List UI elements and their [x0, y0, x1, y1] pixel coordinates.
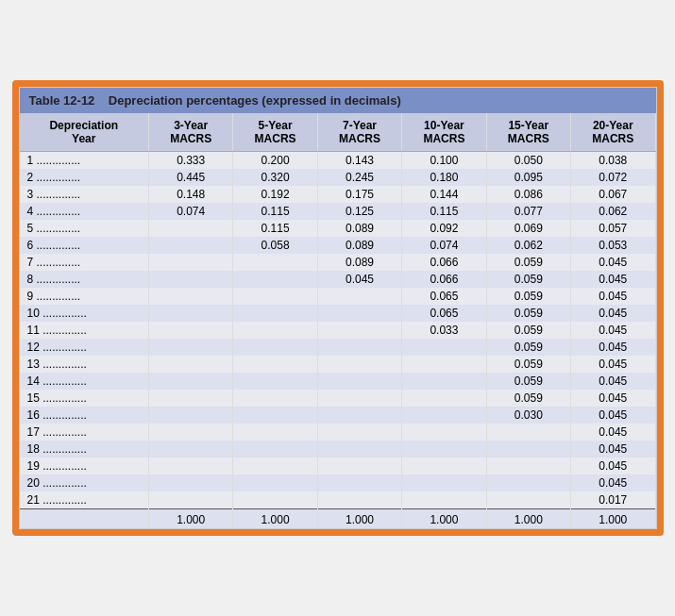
- cell-r4-c6: 0.077: [486, 203, 570, 220]
- col-header-7year: 7-YearMACRS: [317, 113, 401, 152]
- table-row: 16 ..............0.0300.045: [20, 407, 656, 424]
- cell-r5-c7: 0.057: [571, 220, 656, 237]
- cell-r18-c7: 0.045: [571, 441, 656, 458]
- table-row: 7 ..............0.0890.0660.0590.045: [20, 254, 656, 271]
- cell-r1-c4: 0.143: [317, 152, 401, 170]
- total-row: 1.0001.0001.0001.0001.0001.000: [20, 509, 656, 529]
- cell-r11-c1: 11 ..............: [20, 322, 149, 339]
- cell-r8-c4: 0.045: [317, 271, 401, 288]
- col-header-5year: 5-YearMACRS: [233, 113, 317, 152]
- cell-r21-c7: 0.017: [571, 491, 656, 509]
- cell-r3-c7: 0.067: [571, 186, 656, 203]
- depreciation-table: DepreciationYear 3-YearMACRS 5-YearMACRS…: [20, 113, 656, 528]
- cell-r11-c7: 0.045: [571, 322, 656, 339]
- cell-r8-c2: [148, 271, 232, 288]
- cell-r17-c5: [402, 424, 486, 441]
- cell-r11-c3: [233, 322, 317, 339]
- cell-r13-c3: [233, 356, 317, 373]
- cell-r20-c1: 20 ..............: [20, 474, 149, 491]
- cell-r19-c7: 0.045: [571, 458, 656, 474]
- cell-r13-c2: [148, 356, 232, 373]
- table-row: 9 ..............0.0650.0590.045: [20, 288, 656, 305]
- cell-r4-c1: 4 ..............: [20, 203, 149, 220]
- cell-r9-c2: [148, 288, 232, 305]
- cell-r18-c4: [317, 441, 401, 458]
- table-row: 11 ..............0.0330.0590.045: [20, 322, 656, 339]
- cell-r19-c3: [233, 458, 317, 474]
- cell-r16-c7: 0.045: [571, 407, 656, 424]
- cell-r14-c5: [402, 373, 486, 390]
- col-header-20year: 20-YearMACRS: [571, 113, 656, 152]
- col-header-year: DepreciationYear: [20, 113, 149, 152]
- cell-r6-c3: 0.058: [233, 237, 317, 254]
- cell-r1-c6: 0.050: [486, 152, 570, 170]
- cell-r7-c4: 0.089: [317, 254, 401, 271]
- cell-r16-c5: [402, 407, 486, 424]
- cell-r3-c4: 0.175: [317, 186, 401, 203]
- table-inner: Table 12-12 Depreciation percentages (ex…: [19, 87, 657, 529]
- cell-r14-c1: 14 ..............: [20, 373, 149, 390]
- cell-r3-c5: 0.144: [402, 186, 486, 203]
- cell-r5-c2: [148, 220, 232, 237]
- table-row: 15 ..............0.0590.045: [20, 390, 656, 407]
- cell-r1-c3: 0.200: [233, 152, 317, 170]
- cell-r12-c4: [317, 339, 401, 356]
- cell-r6-c5: 0.074: [402, 237, 486, 254]
- cell-r20-c4: [317, 474, 401, 491]
- cell-r20-c5: [402, 474, 486, 491]
- cell-r3-c2: 0.148: [148, 186, 232, 203]
- cell-r12-c1: 12 ..............: [20, 339, 149, 356]
- cell-r21-c3: [233, 491, 317, 509]
- cell-r10-c2: [148, 305, 232, 322]
- cell-r16-c4: [317, 407, 401, 424]
- cell-r20-c3: [233, 474, 317, 491]
- cell-r8-c5: 0.066: [402, 271, 486, 288]
- cell-r17-c2: [148, 424, 232, 441]
- cell-r13-c7: 0.045: [571, 356, 656, 373]
- cell-r5-c1: 5 ..............: [20, 220, 149, 237]
- cell-r18-c6: [486, 441, 570, 458]
- cell-r10-c6: 0.059: [486, 305, 570, 322]
- cell-r13-c6: 0.059: [486, 356, 570, 373]
- table-row: 21 ..............0.017: [20, 491, 656, 509]
- cell-r7-c6: 0.059: [486, 254, 570, 271]
- cell-r10-c4: [317, 305, 401, 322]
- cell-r20-c2: [148, 474, 232, 491]
- cell-r7-c7: 0.045: [571, 254, 656, 271]
- table-label: Table 12-12: [29, 93, 95, 108]
- cell-r2-c5: 0.180: [402, 169, 486, 186]
- cell-r2-c1: 2 ..............: [20, 169, 149, 186]
- total-cell-c2: 1.000: [148, 509, 232, 529]
- cell-r10-c3: [233, 305, 317, 322]
- cell-r20-c7: 0.045: [571, 474, 656, 491]
- total-cell-c6: 1.000: [486, 509, 570, 529]
- col-header-10year: 10-YearMACRS: [402, 113, 486, 152]
- cell-r12-c3: [233, 339, 317, 356]
- cell-r11-c5: 0.033: [402, 322, 486, 339]
- table-row: 2 ..............0.4450.3200.2450.1800.09…: [20, 169, 656, 186]
- cell-r18-c3: [233, 441, 317, 458]
- cell-r10-c1: 10 ..............: [20, 305, 149, 322]
- cell-r21-c4: [317, 491, 401, 509]
- cell-r21-c6: [486, 491, 570, 509]
- cell-r14-c6: 0.059: [486, 373, 570, 390]
- cell-r13-c4: [317, 356, 401, 373]
- cell-r12-c2: [148, 339, 232, 356]
- cell-r2-c7: 0.072: [571, 169, 656, 186]
- cell-r14-c3: [233, 373, 317, 390]
- table-row: 19 ..............0.045: [20, 458, 656, 474]
- cell-r3-c6: 0.086: [486, 186, 570, 203]
- cell-r9-c7: 0.045: [571, 288, 656, 305]
- table-container: Table 12-12 Depreciation percentages (ex…: [12, 80, 664, 536]
- total-cell-c1: [20, 509, 149, 529]
- cell-r2-c2: 0.445: [148, 169, 232, 186]
- cell-r21-c2: [148, 491, 232, 509]
- cell-r11-c6: 0.059: [486, 322, 570, 339]
- cell-r7-c5: 0.066: [402, 254, 486, 271]
- cell-r11-c2: [148, 322, 232, 339]
- cell-r4-c5: 0.115: [402, 203, 486, 220]
- cell-r2-c6: 0.095: [486, 169, 570, 186]
- cell-r1-c1: 1 ..............: [20, 152, 149, 170]
- cell-r12-c5: [402, 339, 486, 356]
- cell-r14-c2: [148, 373, 232, 390]
